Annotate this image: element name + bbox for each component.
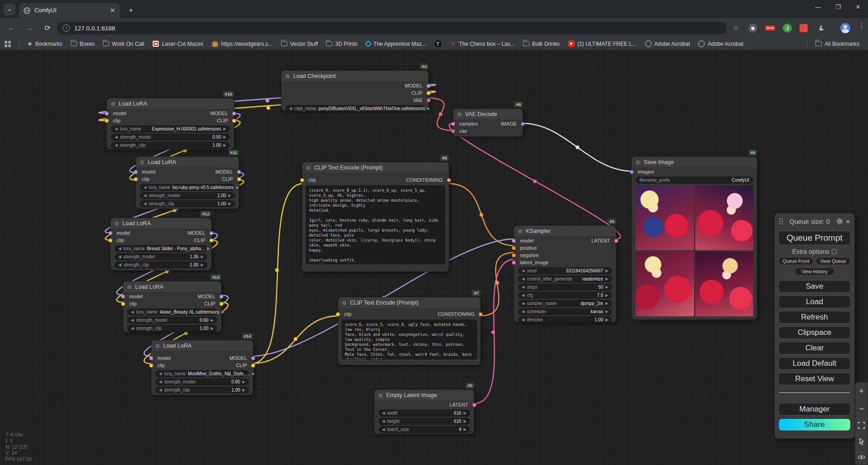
refresh-button[interactable]: Refresh xyxy=(778,311,851,324)
forward-icon[interactable]: → xyxy=(24,22,35,34)
input-slot-model[interactable] xyxy=(149,356,153,360)
node-load-lora-12[interactable]: #12 Load LoRA modelMODEL clipCLIP ◀lora_… xyxy=(110,218,212,271)
output-slot-model[interactable] xyxy=(219,295,223,299)
jdownloader-extension-icon[interactable]: J xyxy=(781,22,793,34)
generated-image-4[interactable] xyxy=(695,252,754,316)
node-clip-text-encode-positive[interactable]: #6 CLIP Text Encode (Prompt) clipCONDITI… xyxy=(302,162,449,272)
output-slot-image[interactable] xyxy=(521,122,525,126)
load-default-button[interactable]: Load Default xyxy=(778,357,851,370)
widget-strength-model[interactable]: ◀strength_model0.50▶ xyxy=(111,134,230,140)
extra-options-checkbox[interactable] xyxy=(832,249,837,254)
prev-icon[interactable]: ◀ xyxy=(131,317,134,324)
prev-icon[interactable]: ◀ xyxy=(131,309,134,315)
output-slot-latent[interactable] xyxy=(614,239,618,243)
input-slot-model[interactable] xyxy=(512,239,516,243)
prev-icon[interactable]: ◀ xyxy=(115,126,117,132)
camera-extension-icon[interactable]: ◉ xyxy=(747,22,759,34)
next-icon[interactable]: ▶ xyxy=(606,316,608,323)
bookmark-item[interactable]: T xyxy=(431,40,446,47)
bookmark-item[interactable]: The Chess box – Las... xyxy=(446,40,519,47)
node-header[interactable]: Load Checkpoint xyxy=(281,71,428,82)
widget-sampler-name[interactable]: ◀sampler_namedpmpp_2m▶ xyxy=(518,300,612,307)
settings-gear-icon[interactable] xyxy=(836,218,843,225)
input-slot-clip[interactable] xyxy=(336,312,340,316)
queue-prompt-button[interactable]: Queue Prompt xyxy=(778,231,851,245)
widget-control-after-generate[interactable]: ◀control_after_generaterandomize▶ xyxy=(518,276,612,282)
next-icon[interactable]: ▶ xyxy=(606,276,608,282)
output-slot-model[interactable] xyxy=(251,356,255,360)
widget-scheduler[interactable]: ◀schedulerkarras▶ xyxy=(518,308,612,315)
node-empty-latent-image[interactable]: #5 Empty Latent Image LATENT ◀width616▶ … xyxy=(374,389,475,434)
node-ksampler[interactable]: #3 KSampler modelLATENT positive negativ… xyxy=(514,225,616,323)
output-slot-clip[interactable] xyxy=(427,91,431,95)
node-header[interactable]: Load LoRA xyxy=(136,157,239,168)
prev-icon[interactable]: ◀ xyxy=(289,105,292,112)
prev-icon[interactable]: ◀ xyxy=(118,245,121,252)
input-slot-negative[interactable] xyxy=(512,253,516,257)
next-icon[interactable]: ▶ xyxy=(464,418,466,425)
widget-strength-clip[interactable]: ◀strength_clip1.00▶ xyxy=(127,325,217,332)
node-header[interactable]: Save Image xyxy=(632,157,757,168)
bookmark-item[interactable]: https://woodgears.c... xyxy=(208,40,277,47)
node-save-image[interactable]: #9 Save Image images filename_prefixComf… xyxy=(631,156,757,320)
next-icon[interactable]: ▶ xyxy=(464,410,466,417)
prev-icon[interactable]: ◀ xyxy=(115,134,117,140)
input-slot-clip[interactable] xyxy=(149,363,153,368)
input-slot-positive[interactable] xyxy=(512,246,516,250)
bookmark-item[interactable]: Vector Stuff xyxy=(277,41,322,47)
prev-icon[interactable]: ◀ xyxy=(522,316,524,323)
generated-image-2[interactable] xyxy=(695,185,754,250)
bookmark-item[interactable]: (1) ULTIMATE FREE L... xyxy=(564,40,641,47)
reset-view-button[interactable]: Reset View xyxy=(778,373,851,385)
widget-strength-model[interactable]: ◀strength_model0.60▶ xyxy=(127,317,217,324)
clear-button[interactable]: Clear xyxy=(778,342,851,354)
clipspace-button[interactable]: Clipspace xyxy=(778,326,851,339)
prev-icon[interactable]: ◀ xyxy=(522,292,524,299)
next-icon[interactable]: ▶ xyxy=(201,262,204,268)
input-slot-vae[interactable] xyxy=(451,129,455,133)
next-icon[interactable]: ▶ xyxy=(236,184,239,191)
next-icon[interactable]: ▶ xyxy=(201,253,204,260)
widget-filename-prefix[interactable]: filename_prefixComfyUI xyxy=(636,177,753,184)
widget-width[interactable]: ◀width616▶ xyxy=(378,410,470,417)
red-extension-icon[interactable] xyxy=(798,22,810,34)
node-header[interactable]: Empty Latent Image xyxy=(374,390,474,401)
prev-icon[interactable]: ◀ xyxy=(144,200,146,207)
node-header[interactable]: KSampler xyxy=(514,226,616,237)
output-slot-clip[interactable] xyxy=(219,302,223,306)
input-slot-clip[interactable] xyxy=(108,238,112,242)
widget-height[interactable]: ◀height616▶ xyxy=(378,418,470,425)
next-icon[interactable]: ▶ xyxy=(211,317,213,324)
fit-view-icon[interactable] xyxy=(858,422,865,429)
next-icon[interactable]: ▶ xyxy=(223,134,226,140)
all-bookmarks-button[interactable]: All Bookmarks xyxy=(811,41,863,47)
bookmark-item[interactable]: Adobe Acrobat xyxy=(641,40,694,47)
prev-icon[interactable]: ◀ xyxy=(115,142,117,149)
input-slot-clip[interactable] xyxy=(121,302,125,306)
node-load-lora-10[interactable]: #10 Load LoRA modelMODEL clipCLIP ◀lora_… xyxy=(107,98,234,150)
zoom-in-icon[interactable]: + xyxy=(859,387,864,395)
bookmark-item[interactable]: Boxes xyxy=(67,41,99,47)
input-slot-samples[interactable] xyxy=(451,122,455,126)
input-slot-model[interactable] xyxy=(134,170,138,174)
output-slot-clip[interactable] xyxy=(209,238,213,242)
next-icon[interactable]: ▶ xyxy=(464,426,466,433)
output-slot-model[interactable] xyxy=(427,84,431,88)
prev-icon[interactable]: ◀ xyxy=(159,378,162,385)
prompt-textarea[interactable]: score_6, score_5, score_4, ugly face, mu… xyxy=(342,320,477,359)
next-icon[interactable]: ▶ xyxy=(427,105,430,112)
next-icon[interactable]: ▶ xyxy=(222,309,224,315)
browser-tab[interactable]: ComfyUI ✕ xyxy=(19,3,120,18)
node-load-checkpoint[interactable]: #4 Load Checkpoint MODEL CLIP VAE ◀ckpt_… xyxy=(281,70,429,111)
prev-icon[interactable]: ◀ xyxy=(118,253,121,260)
prev-icon[interactable]: ◀ xyxy=(382,410,385,417)
extensions-puzzle-icon[interactable] xyxy=(815,22,827,34)
widget-steps[interactable]: ◀steps50▶ xyxy=(518,284,612,291)
tab-search-button[interactable]: ⌄ xyxy=(4,4,15,15)
widget-strength-model[interactable]: ◀strength_model1.00▶ xyxy=(140,192,235,199)
output-slot-clip[interactable] xyxy=(237,177,241,181)
widget-strength-clip[interactable]: ◀strength_clip1.00▶ xyxy=(155,387,249,393)
prev-icon[interactable]: ◀ xyxy=(159,370,162,377)
next-icon[interactable]: ▶ xyxy=(211,325,213,332)
reload-icon[interactable]: ⟳ xyxy=(42,22,53,34)
